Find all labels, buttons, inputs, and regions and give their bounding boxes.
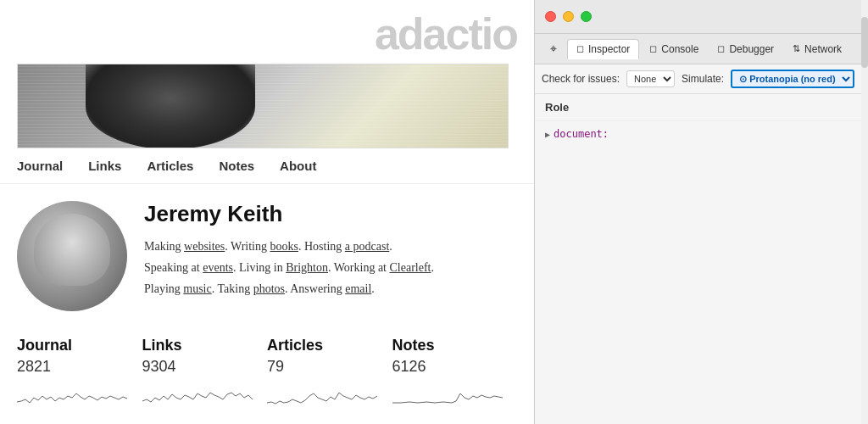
profile-name: Jeremy Keith [144, 201, 517, 227]
tab-debugger-label: Debugger [729, 43, 774, 55]
bio-link-photos[interactable]: photos [253, 282, 285, 295]
stat-links-count: 9304 [142, 358, 268, 376]
simulate-select[interactable]: ⊙ Protanopia (no red) [731, 70, 854, 88]
sparkline-journal [17, 381, 127, 406]
devtools-toolbar: Check for issues: None Simulate: ⊙ Prota… [535, 64, 868, 94]
role-label: Role [535, 94, 868, 121]
profile-bio: Making websites. Writing books. Hosting … [144, 236, 517, 300]
nav-articles[interactable]: Articles [147, 159, 193, 173]
tab-picker[interactable]: ⌖ [542, 38, 565, 59]
tab-debugger[interactable]: ◻ Debugger [709, 40, 782, 59]
scrollbar-thumb[interactable] [861, 17, 868, 68]
banner-figure [86, 64, 255, 148]
check-issues-label: Check for issues: [542, 73, 620, 85]
logo-area: adactio [0, 0, 534, 64]
website-area: adactio Journal Links Articles Notes Abo… [0, 0, 534, 424]
profile-section: Jeremy Keith Making websites. Writing bo… [0, 184, 534, 328]
check-issues-select[interactable]: None [626, 70, 675, 87]
profile-text: Jeremy Keith Making websites. Writing bo… [144, 201, 517, 300]
stat-articles-count: 79 [267, 358, 392, 376]
bio-link-music[interactable]: music [183, 282, 211, 295]
scrollbar-track[interactable] [861, 0, 868, 424]
nav-journal[interactable]: Journal [17, 159, 63, 173]
bio-link-podcast[interactable]: a podcast [345, 240, 389, 253]
tree-document[interactable]: ▶ document: [545, 126, 858, 142]
simulate-label: Simulate: [682, 73, 724, 85]
stat-links-label: Links [142, 337, 268, 354]
bio-link-websites[interactable]: websites [184, 240, 225, 253]
stat-articles-label: Articles [267, 337, 392, 354]
stat-links: Links 9304 [142, 337, 268, 410]
devtools-panel: ⌖ ◻ Inspector ◻ Console ◻ Debugger ⇅ Net… [534, 0, 868, 424]
tab-console-label: Console [661, 43, 698, 55]
devtools-tabs: ⌖ ◻ Inspector ◻ Console ◻ Debugger ⇅ Net… [535, 34, 868, 64]
stat-journal-count: 2821 [17, 358, 142, 376]
debugger-icon: ◻ [717, 43, 725, 54]
sparkline-notes [392, 381, 503, 406]
tab-inspector-label: Inspector [588, 43, 630, 55]
nav-about[interactable]: About [280, 159, 316, 173]
picker-icon: ⌖ [550, 42, 557, 56]
traffic-light-yellow[interactable] [563, 11, 574, 22]
stat-notes-label: Notes [392, 337, 518, 354]
devtools-tree: ▶ document: [535, 121, 868, 147]
bio-text-2: Speaking at events. Living in Brighton. … [144, 261, 434, 274]
tab-console[interactable]: ◻ Console [641, 40, 707, 59]
tree-document-tag: document: [554, 128, 609, 140]
inspector-icon: ◻ [576, 43, 584, 54]
bio-link-events[interactable]: events [203, 261, 233, 274]
stat-journal: Journal 2821 [17, 337, 142, 410]
bio-link-books[interactable]: books [270, 240, 298, 253]
nav-notes[interactable]: Notes [219, 159, 254, 173]
sparkline-articles [267, 381, 377, 406]
sparkline-links [142, 381, 253, 406]
tab-network[interactable]: ⇅ Network [784, 40, 850, 59]
main-nav: Journal Links Articles Notes About [0, 148, 534, 184]
console-icon: ◻ [649, 43, 657, 54]
banner-image [17, 64, 509, 148]
bio-text-1: Making websites. Writing books. Hosting … [144, 240, 392, 253]
bio-link-email[interactable]: email [345, 282, 371, 295]
network-icon: ⇅ [793, 43, 800, 54]
tab-inspector[interactable]: ◻ Inspector [567, 39, 639, 59]
avatar-inner [34, 214, 110, 286]
bio-text-3: Playing music. Taking photos. Answering … [144, 282, 375, 295]
stats-section: Journal 2821 Links 9304 Articles 79 Note… [0, 328, 534, 418]
traffic-light-red[interactable] [545, 11, 556, 22]
stat-notes: Notes 6126 [392, 337, 518, 410]
bio-link-clearleft[interactable]: Clearleft [390, 261, 431, 274]
traffic-light-green[interactable] [581, 11, 592, 22]
bio-link-brighton[interactable]: Brighton [286, 261, 328, 274]
devtools-titlebar [535, 0, 868, 34]
avatar [17, 201, 127, 311]
nav-links[interactable]: Links [88, 159, 121, 173]
tree-arrow-icon: ▶ [545, 130, 550, 139]
stat-notes-count: 6126 [392, 358, 518, 376]
tab-network-label: Network [804, 43, 842, 55]
stat-journal-label: Journal [17, 337, 142, 354]
stat-articles: Articles 79 [267, 337, 392, 410]
site-logo: adactio [375, 9, 517, 59]
